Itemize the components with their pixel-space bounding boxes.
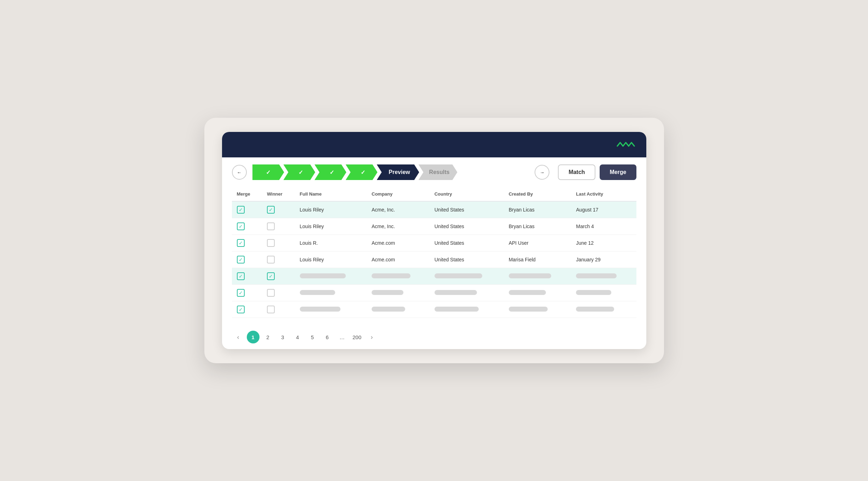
table-row: ✓ Louis Riley Acme.com United States Mar… <box>232 251 636 268</box>
cell-fullname: Louis Riley <box>295 251 367 268</box>
merge-checkbox[interactable]: ✓ <box>237 289 245 297</box>
cell-createdby: Bryan Licas <box>504 201 571 218</box>
cell-fullname: Louis R. <box>295 235 367 251</box>
cell-country: United States <box>430 235 504 251</box>
pagination-page-6[interactable]: 6 <box>321 331 334 343</box>
skeleton-name <box>300 307 340 312</box>
skeleton-company <box>372 290 403 295</box>
merge-checkbox[interactable]: ✓ <box>237 306 245 313</box>
pagination-page-4[interactable]: 4 <box>291 331 304 343</box>
table-row: ✓ Louis Riley Acme, Inc. United States B… <box>232 218 636 235</box>
table-row: ✓ ✓ <box>232 268 636 285</box>
col-merge: Merge <box>232 187 262 201</box>
back-arrow-icon: ← <box>237 170 241 175</box>
wizard-back-button[interactable]: ← <box>232 165 247 180</box>
cell-createdby: Bryan Licas <box>504 218 571 235</box>
table-row: ✓ <box>232 301 636 318</box>
merge-checkbox[interactable]: ✓ <box>237 239 245 247</box>
skeleton-name <box>300 273 346 278</box>
cell-lastactivity: August 17 <box>571 201 636 218</box>
step4-icon: ✓ <box>361 169 365 176</box>
col-fullname: Full Name <box>295 187 367 201</box>
col-company: Company <box>367 187 430 201</box>
winner-checkbox[interactable] <box>267 256 275 263</box>
skeleton-company <box>372 307 405 312</box>
winner-checkbox[interactable] <box>267 222 275 230</box>
preview-label: Preview <box>389 169 410 175</box>
cell-createdby: API User <box>504 235 571 251</box>
col-country: Country <box>430 187 504 201</box>
pagination-page-200[interactable]: 200 <box>351 331 363 343</box>
winner-checkbox[interactable] <box>267 306 275 313</box>
data-table: Merge Winner Full Name Company Country C… <box>232 187 636 318</box>
pagination-page-2[interactable]: 2 <box>262 331 274 343</box>
skeleton-activity <box>576 290 611 295</box>
cell-fullname: Louis Riley <box>295 201 367 218</box>
pagination-next[interactable]: › <box>366 331 378 343</box>
table-header: Merge Winner Full Name Company Country C… <box>232 187 636 201</box>
wizard-step-preview[interactable]: Preview <box>377 164 419 180</box>
logo-svg <box>617 140 638 150</box>
cell-company: Acme.com <box>367 251 430 268</box>
table-row: ✓ <box>232 285 636 301</box>
pagination-prev[interactable]: ‹ <box>232 331 245 343</box>
cell-country: United States <box>430 218 504 235</box>
merge-checkbox[interactable]: ✓ <box>237 272 245 280</box>
table-row: ✓ ✓ Louis Riley Acme, Inc. United States… <box>232 201 636 218</box>
skeleton-created <box>509 290 546 295</box>
table-row: ✓ Louis R. Acme.com United States API Us… <box>232 235 636 251</box>
col-winner: Winner <box>262 187 295 201</box>
pagination-page-3[interactable]: 3 <box>276 331 289 343</box>
cell-fullname: Louis Riley <box>295 218 367 235</box>
wizard-actions: Match Merge <box>558 164 636 180</box>
skeleton-activity <box>576 273 617 278</box>
skeleton-created <box>509 273 551 278</box>
cell-lastactivity: March 4 <box>571 218 636 235</box>
skeleton-name <box>300 290 335 295</box>
table-wrapper: Merge Winner Full Name Company Country C… <box>222 187 646 325</box>
main-card: ← ✓ ✓ ✓ <box>222 132 646 349</box>
wizard-step-1[interactable]: ✓ <box>252 164 284 180</box>
winner-checkbox[interactable]: ✓ <box>267 206 275 214</box>
merge-button[interactable]: Merge <box>600 164 636 180</box>
outer-wrapper: ← ✓ ✓ ✓ <box>204 118 664 363</box>
skeleton-country <box>435 307 479 312</box>
wizard-next-button[interactable]: → <box>535 165 549 180</box>
wizard-step-results[interactable]: Results <box>419 164 458 180</box>
skeleton-activity <box>576 307 614 312</box>
skeleton-country <box>435 290 477 295</box>
table-body: ✓ ✓ Louis Riley Acme, Inc. United States… <box>232 201 636 318</box>
pagination-page-5[interactable]: 5 <box>306 331 319 343</box>
cell-country: United States <box>430 201 504 218</box>
merge-checkbox[interactable]: ✓ <box>237 206 245 214</box>
cell-country: United States <box>430 251 504 268</box>
wizard-step-2[interactable]: ✓ <box>284 164 315 180</box>
wizard-steps: ✓ ✓ ✓ ✓ <box>252 164 531 180</box>
step3-icon: ✓ <box>330 169 334 176</box>
next-arrow-icon: → <box>540 170 544 175</box>
pagination-page-1[interactable]: 1 <box>247 331 260 343</box>
results-label: Results <box>429 169 450 175</box>
wizard-step-4[interactable]: ✓ <box>346 164 378 180</box>
winner-checkbox[interactable] <box>267 239 275 247</box>
app-logo <box>617 140 638 150</box>
winner-checkbox[interactable]: ✓ <box>267 272 275 280</box>
cell-lastactivity: January 29 <box>571 251 636 268</box>
merge-checkbox[interactable]: ✓ <box>237 256 245 263</box>
match-button[interactable]: Match <box>558 164 595 180</box>
cell-company: Acme.com <box>367 235 430 251</box>
skeleton-company <box>372 273 410 278</box>
wizard-step-3[interactable]: ✓ <box>315 164 346 180</box>
cell-lastactivity: June 12 <box>571 235 636 251</box>
cell-createdby: Marisa Field <box>504 251 571 268</box>
winner-checkbox[interactable] <box>267 289 275 297</box>
skeleton-created <box>509 307 548 312</box>
pagination-ellipsis: … <box>336 331 349 343</box>
col-createdby: Created By <box>504 187 571 201</box>
cell-company: Acme, Inc. <box>367 218 430 235</box>
col-lastactivity: Last Activity <box>571 187 636 201</box>
cell-company: Acme, Inc. <box>367 201 430 218</box>
step2-icon: ✓ <box>298 169 303 176</box>
card-header <box>222 132 646 157</box>
merge-checkbox[interactable]: ✓ <box>237 222 245 230</box>
